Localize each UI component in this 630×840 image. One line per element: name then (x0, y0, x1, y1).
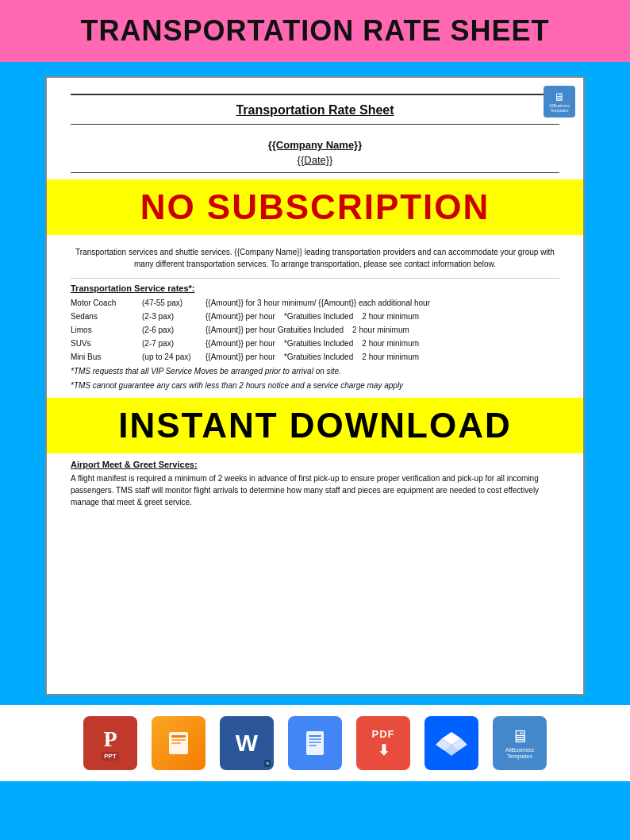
header-title: TRANSPORTATION RATE SHEET (16, 14, 614, 48)
airport-text: A flight manifest is required a minimum … (71, 472, 559, 508)
docs-svg (301, 729, 329, 757)
pax-motorcoach: (47-55 pax) (142, 298, 206, 309)
pax-limos: (2-6 pax) (142, 325, 206, 336)
allbusiness-footer-logo[interactable]: 🖥 AllBusinessTemplates (493, 716, 547, 770)
doc-title: Transportation Rate Sheet (71, 103, 559, 118)
svg-rect-3 (171, 742, 181, 744)
allbusiness-logo-text: AllBusinessTemplates (549, 103, 570, 113)
rate-row-motorcoach: Motor Coach (47-55 pax) {{Amount}} for 3… (71, 298, 559, 309)
vehicle-limos: Limos (71, 325, 142, 336)
instant-download-banner: INSTANT DOWNLOAD (47, 398, 583, 453)
description-intro: Transportation services and shuttle serv… (71, 246, 559, 270)
rates-title: Transportation Service rates*: (71, 283, 559, 293)
airport-title: Airport Meet & Greet Services: (71, 460, 559, 469)
description-section: Transportation services and shuttle serv… (71, 241, 559, 279)
vehicle-motorcoach: Motor Coach (71, 298, 142, 309)
svg-rect-1 (171, 735, 186, 738)
details-minibus: {{Amount}} per hour *Gratuities Included… (206, 352, 559, 363)
word-icon[interactable]: W ≡ (220, 716, 274, 770)
footer-bar: P PPT W ≡ PDF ⬇ (0, 705, 630, 781)
allbusiness-logo-top: 🖥 AllBusinessTemplates (544, 86, 575, 118)
rate-row-minibus: Mini Bus (up to 24 pax) {{Amount}} per h… (71, 352, 559, 363)
rate-row-limos: Limos (2-6 pax) {{Amount}} per hour Grat… (71, 325, 559, 336)
svg-rect-8 (309, 745, 317, 746)
header-banner: TRANSPORTATION RATE SHEET (0, 0, 630, 62)
google-docs-icon[interactable] (288, 716, 342, 770)
vehicle-suvs: SUVs (71, 338, 142, 349)
no-subscription-banner: NO SUBSCRIPTION (47, 179, 583, 235)
monitor-icon: 🖥 (554, 91, 565, 103)
details-limos: {{Amount}} per hour Gratuities Included … (206, 325, 559, 336)
company-section: {{Company Name}} {{Date}} (71, 133, 559, 173)
dropbox-svg (434, 726, 469, 761)
vehicle-sedans: Sedans (71, 311, 142, 322)
slides-svg (164, 729, 193, 757)
svg-rect-5 (309, 735, 321, 737)
rate-row-sedans: Sedans (2-3 pax) {{Amount}} per hour *Gr… (71, 311, 559, 322)
pax-sedans: (2-3 pax) (142, 311, 206, 322)
note1: *TMS requests that all VIP Service Moves… (71, 366, 559, 377)
pax-suvs: (2-7 pax) (142, 338, 206, 349)
date-placeholder: {{Date}} (71, 154, 559, 166)
rate-row-suvs: SUVs (2-7 pax) {{Amount}} per hour *Grat… (71, 338, 559, 349)
main-area: 🖥 AllBusinessTemplates Transportation Ra… (0, 62, 630, 705)
rates-section: Transportation Service rates*: Motor Coa… (71, 283, 559, 391)
svg-rect-2 (171, 739, 186, 741)
details-suvs: {{Amount}} per hour *Gratuities Included… (206, 338, 559, 349)
pdf-icon[interactable]: PDF ⬇ (356, 716, 410, 770)
airport-section: Airport Meet & Greet Services: A flight … (71, 460, 559, 508)
doc-title-section: Transportation Rate Sheet (71, 94, 559, 125)
details-motorcoach: {{Amount}} for 3 hour minimum/ {{Amount}… (206, 298, 559, 309)
google-slides-icon[interactable] (152, 716, 206, 770)
dropbox-icon[interactable] (424, 716, 478, 770)
svg-rect-6 (309, 738, 321, 740)
details-sedans: {{Amount}} per hour *Gratuities Included… (206, 311, 559, 322)
pax-minibus: (up to 24 pax) (142, 352, 206, 363)
svg-rect-7 (309, 742, 321, 743)
vehicle-minibus: Mini Bus (71, 352, 142, 363)
powerpoint-icon[interactable]: P PPT (83, 716, 137, 770)
document-card: 🖥 AllBusinessTemplates Transportation Ra… (45, 76, 585, 696)
company-placeholder: {{Company Name}} (71, 139, 559, 151)
note2: *TMS cannot guarantee any cars with less… (71, 380, 559, 391)
